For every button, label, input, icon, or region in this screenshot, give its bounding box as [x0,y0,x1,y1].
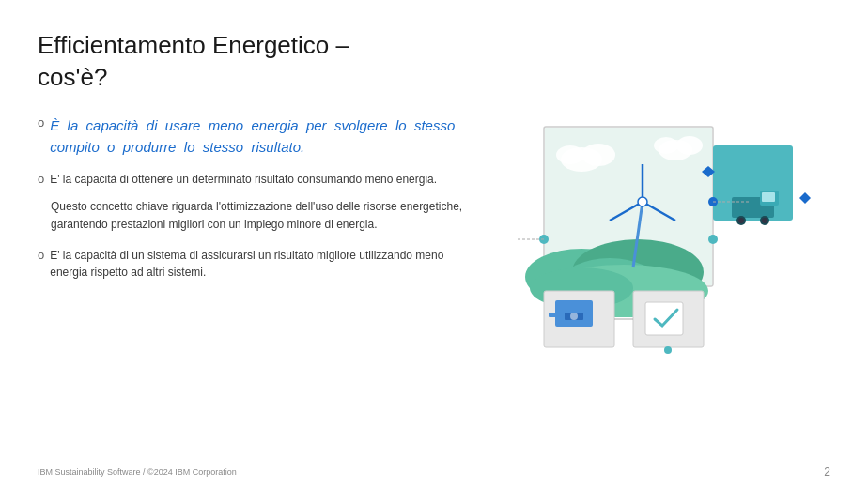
left-column: Efficientamento Energetico – cos'è? o È … [38,30,463,439]
slide-title: Efficientamento Energetico – cos'è? [38,30,463,94]
energy-illustration [488,108,826,371]
bullet-text-primary-1: È la capacità di usare meno energia per … [50,114,463,159]
svg-point-29 [708,235,718,244]
slide: Efficientamento Energetico – cos'è? o È … [0,0,868,488]
illustration-svg [488,108,826,371]
svg-point-37 [570,313,578,320]
bullet-item-1: o È la capacità di usare meno energia pe… [38,114,463,159]
sub-bullet-text-2: Questo concetto chiave riguarda l'ottimi… [51,200,462,232]
right-column [482,30,830,439]
svg-marker-33 [799,192,811,204]
svg-rect-40 [645,302,683,335]
svg-point-26 [762,218,767,223]
svg-point-15 [556,145,584,164]
bullet-text-3-main: E' la capacità di un sistema di assicura… [50,247,463,282]
bullet-item-3: o E' la capacità di un sistema di assicu… [38,247,463,282]
bullet-dot-3: o [38,248,44,262]
svg-point-17 [676,136,703,155]
svg-point-18 [654,137,678,154]
svg-point-25 [738,218,744,223]
sub-bullet-2: Questo concetto chiave riguarda l'ottimi… [51,197,463,234]
bullet-main-2: o E' la capacità di ottenere un determin… [38,171,463,189]
bullet-main-3: o E' la capacità di un sistema di assicu… [38,247,463,282]
bullet-dot-2: o [38,172,44,186]
svg-rect-38 [549,313,558,317]
bullet-list: o È la capacità di usare meno energia pe… [38,114,463,282]
page-number: 2 [824,465,830,479]
footer-left-text: IBM Sustainability Software / ©2024 IBM … [38,467,237,477]
bullet-item-2: o E' la capacità di ottenere un determin… [38,171,463,234]
svg-point-41 [664,346,672,354]
bullet-main-1: o È la capacità di usare meno energia pe… [38,114,463,159]
svg-point-12 [638,197,647,206]
svg-rect-24 [762,192,775,202]
bullet-dot-1: o [38,115,44,130]
slide-content: Efficientamento Energetico – cos'è? o È … [0,0,868,458]
bullet-text-2-main: E' la capacità di ottenere un determinat… [50,171,437,189]
svg-point-14 [581,144,615,166]
slide-footer: IBM Sustainability Software / ©2024 IBM … [0,458,868,488]
